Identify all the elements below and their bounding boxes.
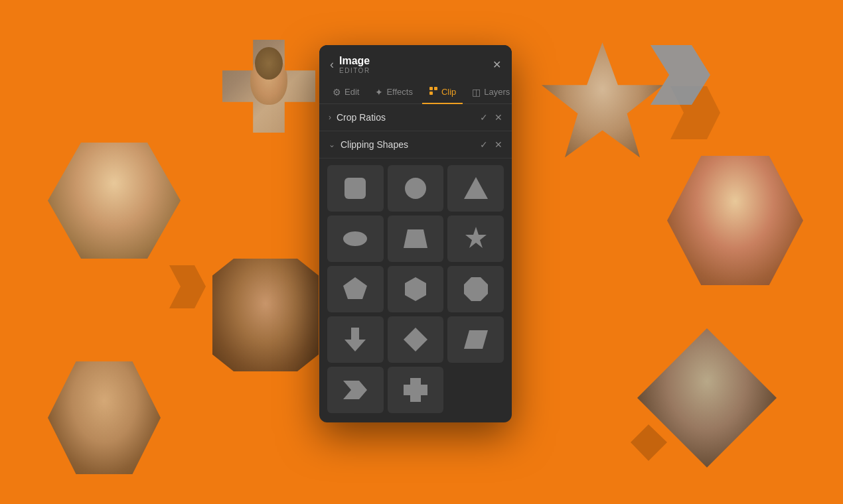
clipping-shapes-close[interactable]: ✕: [495, 139, 502, 150]
panel-title-sub: EDITOR: [339, 67, 370, 74]
crop-ratios-chevron: ›: [329, 113, 331, 122]
photo-woman-hex-left: [48, 143, 181, 259]
svg-rect-4: [429, 87, 433, 90]
svg-marker-19: [343, 381, 367, 399]
clipping-shapes-label: Clipping Shapes: [341, 139, 408, 150]
svg-marker-9: [464, 177, 488, 199]
shape-chevron[interactable]: [327, 367, 384, 413]
photo-woman-center-left: [212, 259, 319, 371]
panel-tabs: ⚙ Edit ✦ Effects Clip ◫ Layers: [319, 81, 512, 104]
svg-marker-18: [464, 330, 488, 349]
svg-marker-0: [169, 265, 206, 308]
clipping-shapes-actions: ✓ ✕: [480, 139, 502, 150]
panel-title-main: Image: [339, 54, 370, 67]
photo-man-star-right: [538, 40, 667, 169]
tab-clip[interactable]: Clip: [422, 81, 463, 104]
edit-icon: ⚙: [333, 87, 341, 97]
shape-parallelogram[interactable]: [447, 316, 504, 363]
photo-woman-hex-right: [667, 156, 803, 285]
svg-marker-15: [464, 277, 488, 301]
tab-layers[interactable]: ◫ Layers: [465, 82, 512, 104]
clipping-shapes-section[interactable]: ⌄ Clipping Shapes ✓ ✕: [319, 131, 512, 158]
shape-circle[interactable]: [388, 165, 444, 212]
crop-ratios-check[interactable]: ✓: [480, 112, 488, 123]
panel-header: ‹ Image EDITOR ✕: [319, 45, 512, 81]
clipping-shapes-left: ⌄ Clipping Shapes: [329, 139, 408, 150]
shape-pentagon[interactable]: [327, 266, 384, 312]
clipping-shapes-check[interactable]: ✓: [480, 139, 488, 150]
tab-clip-label: Clip: [441, 87, 456, 97]
svg-point-8: [405, 178, 426, 199]
layers-icon: ◫: [472, 87, 481, 97]
svg-marker-13: [343, 277, 367, 299]
photo-man-diamond-right: [637, 328, 777, 468]
svg-marker-14: [405, 277, 426, 301]
shape-octagon[interactable]: [447, 266, 504, 312]
svg-rect-5: [434, 87, 437, 90]
crop-ratios-label: Crop Ratios: [337, 112, 386, 123]
clip-icon: [429, 86, 438, 97]
shape-triangle[interactable]: [447, 165, 504, 212]
image-editor-panel: ‹ Image EDITOR ✕ ⚙ Edit ✦ Effects Clip ◫…: [319, 45, 512, 422]
crop-ratios-left: › Crop Ratios: [329, 112, 386, 123]
svg-rect-7: [345, 178, 366, 199]
deco-chevron-left: [169, 265, 206, 308]
photo-man-cross: [222, 40, 315, 133]
tab-effects-label: Effects: [386, 87, 413, 97]
svg-marker-20: [404, 378, 427, 402]
panel-close-button[interactable]: ✕: [493, 58, 501, 71]
svg-point-10: [343, 231, 367, 246]
effects-icon: ✦: [375, 87, 383, 97]
crop-ratios-section[interactable]: › Crop Ratios ✓ ✕: [319, 104, 512, 131]
shape-star[interactable]: [447, 216, 504, 262]
shape-arrow-down[interactable]: [327, 316, 384, 363]
svg-marker-12: [465, 227, 487, 248]
svg-rect-6: [429, 92, 433, 95]
crop-ratios-close[interactable]: ✕: [495, 112, 502, 123]
panel-title-text: Image EDITOR: [339, 54, 370, 74]
svg-marker-16: [345, 328, 366, 351]
shape-ellipse[interactable]: [327, 216, 384, 262]
panel-back-button[interactable]: ‹: [330, 58, 334, 70]
shape-rounded-square[interactable]: [327, 165, 384, 212]
tab-layers-label: Layers: [484, 87, 510, 97]
svg-marker-11: [404, 229, 427, 248]
shapes-grid: [319, 158, 512, 422]
shape-diamond[interactable]: [388, 316, 444, 363]
tab-effects[interactable]: ✦ Effects: [368, 82, 420, 104]
shape-cross[interactable]: [388, 367, 444, 413]
svg-marker-3: [651, 45, 710, 105]
svg-marker-17: [404, 328, 427, 351]
crop-ratios-actions: ✓ ✕: [480, 112, 502, 123]
clipping-shapes-chevron: ⌄: [329, 140, 335, 149]
tab-edit-label: Edit: [345, 87, 359, 97]
tab-edit[interactable]: ⚙ Edit: [326, 82, 366, 104]
photo-woman-hex-bottom-left: [48, 361, 161, 474]
deco-arrow-gray-top-right: [651, 45, 710, 105]
panel-title-group: ‹ Image EDITOR: [330, 54, 370, 74]
shape-hexagon[interactable]: [388, 266, 444, 312]
shape-trapezoid[interactable]: [388, 216, 444, 262]
